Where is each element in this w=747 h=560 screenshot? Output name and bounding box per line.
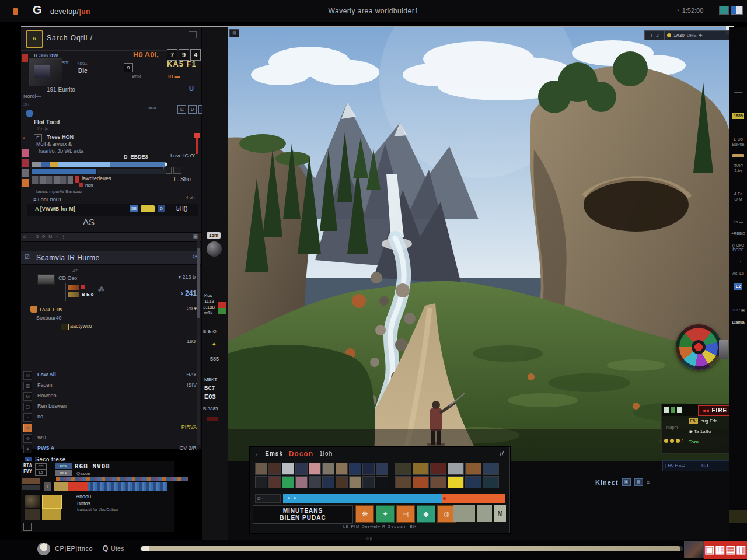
asset-thumb[interactable] <box>376 476 388 488</box>
mini-chip[interactable] <box>173 167 181 174</box>
l0-chip[interactable]: L0 <box>35 470 47 476</box>
asset-thumb[interactable] <box>395 463 411 475</box>
asset-thumb[interactable] <box>309 476 321 488</box>
hotbar-slot-empty[interactable] <box>477 505 492 522</box>
menu-icon[interactable]: ≡ <box>647 480 650 485</box>
clip-yellow-thumb[interactable] <box>42 509 61 520</box>
vehicle-icon[interactable] <box>141 205 155 212</box>
rotation-gizmo[interactable] <box>676 324 721 370</box>
asset-thumb[interactable] <box>483 463 499 475</box>
list-item[interactable]: ▰ PIRVA <box>21 422 201 433</box>
selected-tool-icon[interactable]: 6 <box>26 30 43 48</box>
asset-thumb[interactable] <box>362 476 375 488</box>
asset-thumb[interactable] <box>336 463 348 475</box>
d-chip2[interactable]: D <box>158 205 165 212</box>
tree-item-thumbnail[interactable] <box>37 274 55 285</box>
horizontal-scrollbar-thumb[interactable] <box>141 546 680 551</box>
asset-row-label[interactable]: 191 Eurrito <box>47 86 75 93</box>
outliner-scrollbar-thumb[interactable] <box>197 249 200 318</box>
lonenou-row[interactable]: ≡ LonEnou1 <box>33 197 62 202</box>
strip-item[interactable]: Lo — <box>734 220 743 225</box>
strip-item[interactable]: — — <box>734 296 743 302</box>
timeline-marker[interactable] <box>165 163 167 166</box>
list-item[interactable]: ▤ Low All — HAY <box>21 370 201 380</box>
asset-thumb[interactable] <box>362 463 375 475</box>
selected-object-row[interactable]: ☑ Scamvla IR Hurme ⟳ <box>21 251 201 265</box>
preview-thumbnail[interactable] <box>684 541 704 558</box>
asset-thumb[interactable] <box>413 463 429 475</box>
strip-item[interactable]: — — <box>734 180 743 186</box>
sox-row-label[interactable]: Soxbuur40 <box>36 315 62 321</box>
asset-thumb[interactable] <box>413 476 429 488</box>
timeline-blue-segment[interactable] <box>88 482 167 491</box>
asset-thumb[interactable] <box>309 463 321 475</box>
strip-item[interactable]: BCP ▣ <box>732 308 745 313</box>
list-item[interactable]: M Rowcen <box>21 391 201 401</box>
asset-thumb[interactable] <box>465 476 481 488</box>
asset-thumb[interactable] <box>430 476 446 488</box>
asset-thumb[interactable] <box>322 476 334 488</box>
checkbox-icon[interactable]: ☑ <box>25 254 30 260</box>
red-slider[interactable] <box>196 133 198 154</box>
hotbar-m-slot[interactable]: M <box>494 505 506 522</box>
timeline-yellow-segment[interactable] <box>54 482 68 491</box>
clip-photo-thumb[interactable] <box>25 495 40 508</box>
list-item[interactable]: ▥ Faoen ISIV <box>21 380 201 391</box>
track-thumb[interactable] <box>22 485 40 490</box>
list-item[interactable]: ▲ PWS A OV 2/R <box>21 443 201 454</box>
asset-thumb[interactable] <box>448 463 464 475</box>
kinect-chip[interactable]: ▦ <box>634 478 643 486</box>
timeline-bar-2[interactable] <box>32 169 96 174</box>
strip-item[interactable]: 1889 <box>732 113 744 120</box>
window-maximize-button[interactable] <box>731 6 743 15</box>
asset-thumb[interactable] <box>395 476 411 488</box>
timeline-bar-1[interactable] <box>32 162 166 167</box>
progress-bar-orange[interactable] <box>442 494 505 503</box>
co-chip[interactable]: CO <box>35 463 47 470</box>
u-link[interactable]: U <box>189 85 194 92</box>
tab-docon[interactable]: Docon <box>289 450 313 458</box>
user-avatar[interactable] <box>37 542 50 555</box>
tab-1loh[interactable]: 1loh <box>319 450 333 457</box>
strip-item[interactable]: —› <box>735 260 741 265</box>
orange-clip-chip[interactable] <box>68 285 79 290</box>
asset-thumb[interactable] <box>349 463 361 475</box>
kck-chip[interactable]: KCK <box>55 463 72 469</box>
d-chip[interactable]: D <box>188 105 197 114</box>
empty-square-icon[interactable] <box>23 523 32 531</box>
track-chip[interactable]: L <box>44 482 51 491</box>
outliner-header-icons[interactable]: 5 O M ≡ ⋮ <box>36 235 67 239</box>
strip-item[interactable]: Ac. Lo <box>732 271 744 276</box>
clip-name[interactable]: lawritedeues <box>82 176 111 181</box>
asset-thumb[interactable] <box>282 476 294 488</box>
clip-yellow-thumb[interactable] <box>42 495 62 509</box>
hotbar-slot-empty[interactable] <box>453 505 475 522</box>
tan-clip-chip[interactable] <box>68 292 79 298</box>
lib-row-label[interactable]: IAU LIB <box>40 307 63 313</box>
ic-chip[interactable]: IC <box>177 105 186 114</box>
hotbar-slot[interactable]: ◆ <box>417 505 435 523</box>
clip-thumbnails[interactable] <box>32 176 73 184</box>
outliner-search-row[interactable]: ≈ Seco trese <box>21 242 201 250</box>
strip-item[interactable]: —— <box>734 208 742 214</box>
blue-orb-icon[interactable] <box>26 110 33 117</box>
strip-item[interactable] <box>732 154 744 158</box>
sphere-icon[interactable] <box>207 242 222 257</box>
key-chip[interactable]: 9 <box>124 63 133 72</box>
asset-preview-thumbnail[interactable] <box>29 58 62 86</box>
asset-thumb[interactable] <box>430 463 446 475</box>
crimson-icon[interactable] <box>22 159 29 167</box>
strip-item[interactable]: Dama <box>732 320 744 326</box>
panel-corner-icon[interactable] <box>189 32 197 38</box>
waveform-strip[interactable] <box>56 477 188 481</box>
progress-chip[interactable]: ⊡ · <box>255 494 281 503</box>
strip-item[interactable]: (TOP2 POBE <box>732 243 745 254</box>
orange-icon[interactable] <box>22 179 29 187</box>
hotbar-slot[interactable]: ❋ <box>355 505 374 523</box>
asset-thumb[interactable] <box>295 463 308 475</box>
strip-item[interactable]: RVIC 2.by <box>734 164 743 174</box>
hotbar-slot[interactable]: ▤ <box>396 505 415 523</box>
strip-item[interactable]: E Do BuPne <box>732 137 744 148</box>
outliner-expand-icon[interactable]: ▣ <box>193 233 198 239</box>
panel-search-label[interactable]: Sarch Oqtil / <box>47 34 93 42</box>
